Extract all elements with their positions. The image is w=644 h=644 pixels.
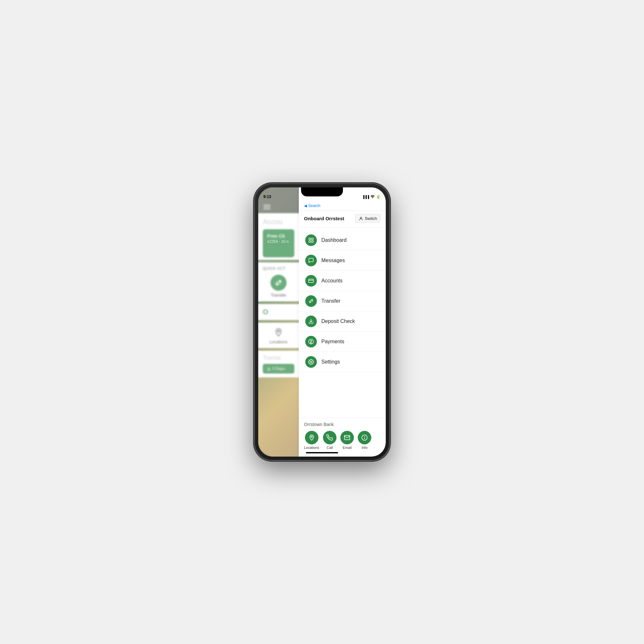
right-blur-overlay bbox=[258, 187, 299, 457]
nav-menu: Dashboard Messages bbox=[299, 228, 386, 418]
status-time: 9:13 bbox=[263, 194, 271, 199]
sidebar-drawer: 9:13 ▐▐▐ 🔋 bbox=[299, 187, 386, 457]
screen: Accou Free Ck x2254 - 10 n QUICK ACT bbox=[258, 187, 386, 457]
nav-label-dashboard: Dashboard bbox=[321, 237, 346, 243]
svg-rect-7 bbox=[309, 279, 314, 283]
search-text: Search bbox=[308, 204, 320, 208]
svg-rect-4 bbox=[312, 238, 313, 240]
battery-icon: 🔋 bbox=[376, 195, 381, 199]
nav-item-payments[interactable]: Payments bbox=[299, 332, 386, 352]
bank-action-info[interactable]: Info bbox=[358, 431, 371, 450]
sidebar-header: Onboard Orrstest Switch bbox=[299, 211, 386, 228]
bank-action-email[interactable]: Email bbox=[340, 431, 354, 450]
sidebar-account-name: Onboard Orrstest bbox=[304, 216, 344, 221]
call-bank-label: Call bbox=[327, 446, 333, 450]
info-bank-icon bbox=[358, 431, 371, 444]
svg-point-9 bbox=[310, 361, 312, 363]
phone-frame: Accou Free Ck x2254 - 10 n QUICK ACT bbox=[254, 184, 390, 460]
email-bank-icon bbox=[340, 431, 354, 444]
nav-item-messages[interactable]: Messages bbox=[299, 251, 386, 271]
bank-section: Orrstown Bank Locations bbox=[299, 418, 386, 457]
svg-point-10 bbox=[311, 436, 312, 437]
bank-action-call[interactable]: Call bbox=[323, 431, 336, 450]
notch bbox=[301, 187, 343, 196]
home-indicator bbox=[306, 452, 338, 453]
nav-label-messages: Messages bbox=[321, 258, 345, 263]
nav-label-transfer: Transfer bbox=[321, 298, 340, 304]
nav-item-deposit-check[interactable]: Deposit Check bbox=[299, 311, 386, 332]
accounts-icon bbox=[305, 275, 317, 287]
switch-label: Switch bbox=[365, 216, 377, 221]
svg-rect-5 bbox=[309, 241, 310, 242]
account-sub: x2254 - 10 n bbox=[267, 239, 290, 244]
bank-name: Orrstown Bank bbox=[304, 422, 381, 427]
nav-label-accounts: Accounts bbox=[321, 278, 343, 284]
nav-item-settings[interactable]: Settings bbox=[299, 352, 386, 372]
nav-label-deposit-check: Deposit Check bbox=[321, 318, 355, 324]
svg-rect-6 bbox=[312, 241, 313, 242]
svg-rect-3 bbox=[309, 238, 310, 240]
locations-bank-icon bbox=[305, 431, 318, 444]
bank-actions: Locations Call bbox=[304, 431, 381, 455]
deposit-check-icon bbox=[305, 316, 317, 327]
nav-item-transfer[interactable]: Transfer bbox=[299, 291, 386, 311]
settings-icon bbox=[305, 356, 317, 368]
bank-action-locations[interactable]: Locations bbox=[304, 431, 319, 450]
status-icons: ▐▐▐ 🔋 bbox=[362, 195, 381, 199]
payments-icon bbox=[305, 336, 317, 347]
locations-bank-label: Locations bbox=[304, 446, 319, 450]
info-bank-label: Info bbox=[362, 446, 367, 450]
dashboard-icon bbox=[305, 234, 317, 246]
nav-item-dashboard[interactable]: Dashboard bbox=[299, 230, 386, 251]
nav-label-settings: Settings bbox=[321, 359, 340, 365]
signal-icon: ▐▐▐ bbox=[362, 195, 369, 199]
nav-item-accounts[interactable]: Accounts bbox=[299, 271, 386, 291]
phone-inner: Accou Free Ck x2254 - 10 n QUICK ACT bbox=[258, 187, 386, 457]
messages-icon bbox=[305, 255, 317, 266]
sidebar-search-bar[interactable]: ◀ Search bbox=[299, 201, 386, 211]
svg-point-1 bbox=[372, 197, 373, 198]
right-panel: Accou Free Ck x2254 - 10 n QUICK ACT bbox=[258, 187, 299, 457]
wifi-icon bbox=[370, 195, 375, 199]
back-arrow: ◀ bbox=[304, 204, 307, 208]
switch-button[interactable]: Switch bbox=[355, 214, 381, 223]
svg-point-2 bbox=[360, 217, 362, 219]
transfer-nav-icon bbox=[305, 295, 317, 307]
nav-label-payments: Payments bbox=[321, 339, 344, 345]
email-bank-label: Email bbox=[343, 446, 352, 450]
app-container: Accou Free Ck x2254 - 10 n QUICK ACT bbox=[258, 187, 386, 457]
call-bank-icon bbox=[323, 431, 336, 444]
